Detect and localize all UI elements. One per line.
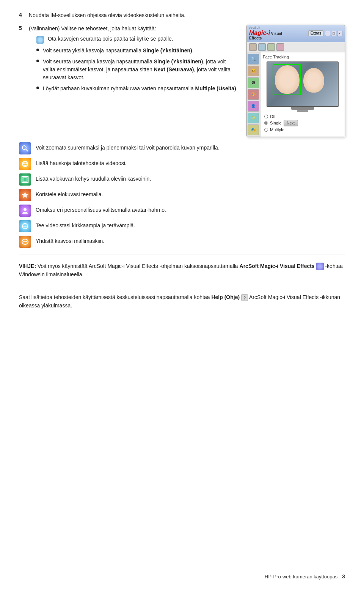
icon-row-fun-text: Lisää hauskoja talotehosteita videoosi. <box>36 158 127 167</box>
app-title-left: ArcSoft Magic-i Visual Effects <box>249 26 282 41</box>
divider-1 <box>19 255 345 255</box>
sidebar-icon-5[interactable]: 👤 <box>248 101 259 112</box>
bullet-text-4: Löydät parhaan kuvakulman ryhmäkuvaa var… <box>43 85 238 93</box>
radio-label-off: Off <box>270 114 275 119</box>
bullet-item-1: Ota kasvojen seuranta pois päältä tai ky… <box>36 35 239 44</box>
radio-circle-multiple[interactable] <box>264 128 268 132</box>
radio-single: Single Next <box>264 120 342 126</box>
app-logo: ArcSoft Magic-i Visual Effects <box>249 26 282 41</box>
app-window-col: ArcSoft Magic-i Visual Effects Extras <box>246 25 345 137</box>
toolbar-icon-1[interactable] <box>249 43 257 51</box>
svg-point-0 <box>22 146 26 150</box>
minimize-button[interactable]: _ <box>325 31 330 36</box>
bullet-item-3: Voit seurata useampia kasvoja napsauttam… <box>36 58 239 82</box>
icon-row-zoom: Voit zoomata suuremmaksi ja pienemmäksi … <box>19 142 345 154</box>
item-number-4: 4 <box>19 11 26 19</box>
app-titlebar: ArcSoft Magic-i Visual Effects Extras <box>247 25 345 42</box>
radio-off: Off <box>264 114 342 119</box>
footer-text: HP-Pro-web-kameran käyttöopas <box>265 574 337 580</box>
extras-button[interactable]: Extras <box>308 30 323 36</box>
frame-icon <box>19 173 31 186</box>
face-tracking-box <box>273 64 301 95</box>
svg-point-8 <box>24 208 27 211</box>
tip-section: VIHJE: Voit myös käynnistää ArcSoft Magi… <box>19 262 345 279</box>
theme-icon <box>19 189 31 201</box>
svg-point-12 <box>22 239 28 244</box>
sidebar-icon-7[interactable]: 🎭 <box>248 124 259 135</box>
bullet-list: Ota kasvojen seuranta pois päältä tai ky… <box>36 35 239 93</box>
icon-row-theme-text: Koristele elokuvasi teemalla. <box>36 189 103 198</box>
app-toolbar <box>247 42 345 52</box>
close-button[interactable]: × <box>337 31 342 36</box>
page-footer: HP-Pro-web-kameran käyttöopas 3 <box>265 573 345 580</box>
svg-point-4 <box>25 162 27 164</box>
numbered-item-4: 4 Noudata IM-sovelluksen ohjeissa olevia… <box>19 11 345 19</box>
tip-paragraph: VIHJE: Voit myös käynnistää ArcSoft Magi… <box>19 262 345 279</box>
help-section: Saat lisätietoa tehosteiden käyttämisest… <box>19 293 345 310</box>
item-text-4: Noudata IM-sovelluksen ohjeissa olevia v… <box>29 11 345 19</box>
item-text-5-intro: (Valinnainen) Valitse ne tehosteet, joit… <box>29 25 239 96</box>
maximize-button[interactable]: □ <box>331 31 336 36</box>
bullet-item-4: Löydät parhaan kuvakulman ryhmäkuvaa var… <box>36 85 239 93</box>
bullet-text-1: Ota kasvojen seuranta pois päältä tai ky… <box>48 35 173 43</box>
icon-row-avatar-text: Omaksu eri persoonallisuus valitsemalla … <box>36 205 166 214</box>
monitor-base <box>291 107 314 110</box>
app-monitor <box>267 61 339 112</box>
radio-circle-single[interactable] <box>264 121 268 125</box>
sidebar-icon-1[interactable]: 🔍 <box>248 54 259 65</box>
tip-bold-text: ArcSoft Magic-i Visual Effects <box>240 263 315 269</box>
page-number: 3 <box>342 573 345 580</box>
help-text-1: Saat lisätietoa tehosteiden käyttämisest… <box>19 294 211 300</box>
svg-rect-6 <box>23 178 27 181</box>
svg-point-3 <box>23 162 25 164</box>
radio-label-multiple: Multiple <box>270 128 284 132</box>
window-controls: _ □ × <box>325 31 342 36</box>
tip-label: VIHJE: <box>19 263 36 269</box>
svg-marker-7 <box>22 192 28 198</box>
bullet-dot-4 <box>36 87 39 89</box>
bullet-text-2: Voit seurata yksiä kasvoja napsauttamall… <box>43 47 194 55</box>
svg-point-14 <box>25 241 27 242</box>
tip-inline-icon <box>316 263 324 270</box>
avatar-icon <box>19 205 31 217</box>
radio-circle-off[interactable] <box>264 115 268 118</box>
help-bold-text: Help (Ohje) <box>211 294 240 300</box>
next-button[interactable]: Next <box>284 120 298 126</box>
icon-row-theme: Koristele elokuvasi teemalla. <box>19 189 345 201</box>
icon-row-frame-text: Lisää valokuvan kehys ruudulla oleviin k… <box>36 173 151 183</box>
numbered-item-5: 5 (Valinnainen) Valitse ne tehosteet, jo… <box>19 25 239 96</box>
toolbar-icon-3[interactable] <box>267 43 275 51</box>
face-2 <box>303 68 324 93</box>
svg-point-13 <box>23 241 25 242</box>
help-paragraph: Saat lisätietoa tehosteiden käyttämisest… <box>19 293 345 310</box>
svg-rect-5 <box>22 176 28 183</box>
bullet-dot-2 <box>36 49 39 51</box>
toolbar-icon-4[interactable] <box>276 43 284 51</box>
app-brand-text: ArcSoft Magic-i Visual Effects <box>249 26 282 41</box>
sidebar-icon-4[interactable]: 🎨 <box>248 89 259 100</box>
icon-row-mask-text: Yhdistä kasvosi mallimaskiin. <box>36 236 104 245</box>
face-tracking-label: Face Tracking <box>263 55 342 59</box>
sidebar-icon-6[interactable]: ✨ <box>248 113 259 123</box>
clarity-icon <box>19 220 31 232</box>
app-window: ArcSoft Magic-i Visual Effects Extras <box>246 25 345 137</box>
item-5-left: 5 (Valinnainen) Valitse ne tehosteet, jo… <box>19 25 239 137</box>
radio-label-single: Single <box>270 121 282 125</box>
icon-row-clarity-text: Tee videoistasi kirkkaampia ja terävämpi… <box>36 220 135 230</box>
icon-row-clarity: Tee videoistasi kirkkaampia ja terävämpi… <box>19 220 345 232</box>
face-track-bullet-icon <box>36 36 44 44</box>
bullet-text-3: Voit seurata useampia kasvoja napsauttam… <box>43 58 239 82</box>
zoom-icon <box>19 142 31 154</box>
item-number-5: 5 <box>19 25 26 96</box>
icon-row-avatar: Omaksu eri persoonallisuus valitsemalla … <box>19 205 345 217</box>
fun-effects-icon <box>19 158 31 170</box>
monitor-screen <box>267 61 339 107</box>
sidebar-icon-3[interactable]: 🖼 <box>248 77 259 88</box>
icon-row-mask: Yhdistä kasvosi mallimaskiin. <box>19 236 345 248</box>
sidebar-icon-2[interactable]: 😊 <box>248 66 259 76</box>
app-main-content: Face Tracking <box>260 52 345 137</box>
radio-multiple: Multiple <box>264 128 342 132</box>
svg-line-1 <box>26 149 28 151</box>
bullet-item-2: Voit seurata yksiä kasvoja napsauttamall… <box>36 47 239 55</box>
toolbar-icon-2[interactable] <box>258 43 266 51</box>
